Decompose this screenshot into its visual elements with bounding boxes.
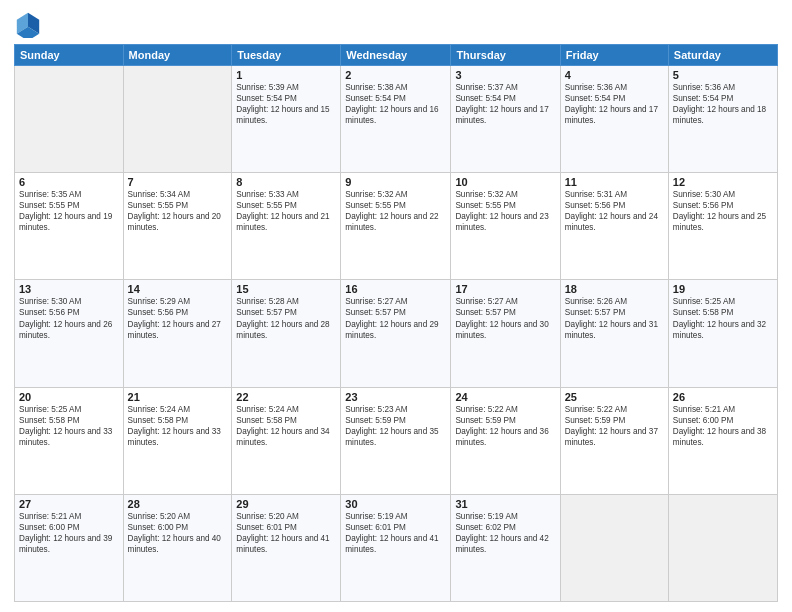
- calendar-header-saturday: Saturday: [668, 45, 777, 66]
- day-number: 16: [345, 283, 446, 295]
- day-info: Sunrise: 5:20 AMSunset: 6:00 PMDaylight:…: [128, 511, 228, 555]
- day-info: Sunrise: 5:33 AMSunset: 5:55 PMDaylight:…: [236, 189, 336, 233]
- calendar-cell: 27Sunrise: 5:21 AMSunset: 6:00 PMDayligh…: [15, 494, 124, 601]
- calendar-cell: 13Sunrise: 5:30 AMSunset: 5:56 PMDayligh…: [15, 280, 124, 387]
- day-info: Sunrise: 5:28 AMSunset: 5:57 PMDaylight:…: [236, 296, 336, 340]
- calendar-cell: 26Sunrise: 5:21 AMSunset: 6:00 PMDayligh…: [668, 387, 777, 494]
- day-info: Sunrise: 5:21 AMSunset: 6:00 PMDaylight:…: [19, 511, 119, 555]
- day-info: Sunrise: 5:32 AMSunset: 5:55 PMDaylight:…: [345, 189, 446, 233]
- day-number: 1: [236, 69, 336, 81]
- calendar-cell: 19Sunrise: 5:25 AMSunset: 5:58 PMDayligh…: [668, 280, 777, 387]
- calendar-cell: 21Sunrise: 5:24 AMSunset: 5:58 PMDayligh…: [123, 387, 232, 494]
- calendar-table: SundayMondayTuesdayWednesdayThursdayFrid…: [14, 44, 778, 602]
- calendar-week-row: 1Sunrise: 5:39 AMSunset: 5:54 PMDaylight…: [15, 66, 778, 173]
- day-number: 27: [19, 498, 119, 510]
- logo-icon: [14, 10, 42, 38]
- calendar-header-row: SundayMondayTuesdayWednesdayThursdayFrid…: [15, 45, 778, 66]
- calendar-cell: 16Sunrise: 5:27 AMSunset: 5:57 PMDayligh…: [341, 280, 451, 387]
- calendar-cell: 6Sunrise: 5:35 AMSunset: 5:55 PMDaylight…: [15, 173, 124, 280]
- header: [14, 10, 778, 38]
- day-info: Sunrise: 5:38 AMSunset: 5:54 PMDaylight:…: [345, 82, 446, 126]
- day-number: 9: [345, 176, 446, 188]
- logo: [14, 10, 46, 38]
- day-info: Sunrise: 5:22 AMSunset: 5:59 PMDaylight:…: [455, 404, 555, 448]
- calendar-cell: 11Sunrise: 5:31 AMSunset: 5:56 PMDayligh…: [560, 173, 668, 280]
- calendar-cell: 4Sunrise: 5:36 AMSunset: 5:54 PMDaylight…: [560, 66, 668, 173]
- day-number: 28: [128, 498, 228, 510]
- day-number: 2: [345, 69, 446, 81]
- day-number: 20: [19, 391, 119, 403]
- day-number: 8: [236, 176, 336, 188]
- calendar-header-thursday: Thursday: [451, 45, 560, 66]
- calendar-cell: 25Sunrise: 5:22 AMSunset: 5:59 PMDayligh…: [560, 387, 668, 494]
- day-number: 14: [128, 283, 228, 295]
- day-info: Sunrise: 5:32 AMSunset: 5:55 PMDaylight:…: [455, 189, 555, 233]
- calendar-cell: 15Sunrise: 5:28 AMSunset: 5:57 PMDayligh…: [232, 280, 341, 387]
- day-number: 19: [673, 283, 773, 295]
- day-info: Sunrise: 5:23 AMSunset: 5:59 PMDaylight:…: [345, 404, 446, 448]
- day-number: 13: [19, 283, 119, 295]
- calendar-header-tuesday: Tuesday: [232, 45, 341, 66]
- calendar-cell: 1Sunrise: 5:39 AMSunset: 5:54 PMDaylight…: [232, 66, 341, 173]
- day-number: 4: [565, 69, 664, 81]
- day-number: 30: [345, 498, 446, 510]
- day-info: Sunrise: 5:36 AMSunset: 5:54 PMDaylight:…: [565, 82, 664, 126]
- day-info: Sunrise: 5:31 AMSunset: 5:56 PMDaylight:…: [565, 189, 664, 233]
- calendar-cell: 5Sunrise: 5:36 AMSunset: 5:54 PMDaylight…: [668, 66, 777, 173]
- calendar-cell: 3Sunrise: 5:37 AMSunset: 5:54 PMDaylight…: [451, 66, 560, 173]
- calendar-cell: 7Sunrise: 5:34 AMSunset: 5:55 PMDaylight…: [123, 173, 232, 280]
- day-number: 7: [128, 176, 228, 188]
- calendar-header-sunday: Sunday: [15, 45, 124, 66]
- calendar-cell: 10Sunrise: 5:32 AMSunset: 5:55 PMDayligh…: [451, 173, 560, 280]
- day-info: Sunrise: 5:26 AMSunset: 5:57 PMDaylight:…: [565, 296, 664, 340]
- day-number: 22: [236, 391, 336, 403]
- day-number: 5: [673, 69, 773, 81]
- day-number: 29: [236, 498, 336, 510]
- calendar-cell: 22Sunrise: 5:24 AMSunset: 5:58 PMDayligh…: [232, 387, 341, 494]
- day-info: Sunrise: 5:22 AMSunset: 5:59 PMDaylight:…: [565, 404, 664, 448]
- day-info: Sunrise: 5:21 AMSunset: 6:00 PMDaylight:…: [673, 404, 773, 448]
- day-info: Sunrise: 5:19 AMSunset: 6:01 PMDaylight:…: [345, 511, 446, 555]
- day-info: Sunrise: 5:27 AMSunset: 5:57 PMDaylight:…: [345, 296, 446, 340]
- day-number: 3: [455, 69, 555, 81]
- day-number: 6: [19, 176, 119, 188]
- calendar-cell: 30Sunrise: 5:19 AMSunset: 6:01 PMDayligh…: [341, 494, 451, 601]
- calendar-header-monday: Monday: [123, 45, 232, 66]
- calendar-cell: 28Sunrise: 5:20 AMSunset: 6:00 PMDayligh…: [123, 494, 232, 601]
- day-info: Sunrise: 5:27 AMSunset: 5:57 PMDaylight:…: [455, 296, 555, 340]
- day-info: Sunrise: 5:25 AMSunset: 5:58 PMDaylight:…: [19, 404, 119, 448]
- day-info: Sunrise: 5:36 AMSunset: 5:54 PMDaylight:…: [673, 82, 773, 126]
- day-info: Sunrise: 5:20 AMSunset: 6:01 PMDaylight:…: [236, 511, 336, 555]
- day-number: 23: [345, 391, 446, 403]
- calendar-cell: [123, 66, 232, 173]
- calendar-cell: 24Sunrise: 5:22 AMSunset: 5:59 PMDayligh…: [451, 387, 560, 494]
- calendar-cell: 23Sunrise: 5:23 AMSunset: 5:59 PMDayligh…: [341, 387, 451, 494]
- day-info: Sunrise: 5:39 AMSunset: 5:54 PMDaylight:…: [236, 82, 336, 126]
- day-number: 18: [565, 283, 664, 295]
- calendar-header-wednesday: Wednesday: [341, 45, 451, 66]
- calendar-week-row: 13Sunrise: 5:30 AMSunset: 5:56 PMDayligh…: [15, 280, 778, 387]
- page: SundayMondayTuesdayWednesdayThursdayFrid…: [0, 0, 792, 612]
- day-number: 26: [673, 391, 773, 403]
- day-number: 31: [455, 498, 555, 510]
- calendar-cell: [560, 494, 668, 601]
- calendar-cell: 31Sunrise: 5:19 AMSunset: 6:02 PMDayligh…: [451, 494, 560, 601]
- day-info: Sunrise: 5:37 AMSunset: 5:54 PMDaylight:…: [455, 82, 555, 126]
- day-number: 12: [673, 176, 773, 188]
- calendar-week-row: 6Sunrise: 5:35 AMSunset: 5:55 PMDaylight…: [15, 173, 778, 280]
- calendar-cell: 2Sunrise: 5:38 AMSunset: 5:54 PMDaylight…: [341, 66, 451, 173]
- day-number: 21: [128, 391, 228, 403]
- day-number: 25: [565, 391, 664, 403]
- calendar-cell: 17Sunrise: 5:27 AMSunset: 5:57 PMDayligh…: [451, 280, 560, 387]
- day-info: Sunrise: 5:19 AMSunset: 6:02 PMDaylight:…: [455, 511, 555, 555]
- calendar-cell: 20Sunrise: 5:25 AMSunset: 5:58 PMDayligh…: [15, 387, 124, 494]
- calendar-cell: 9Sunrise: 5:32 AMSunset: 5:55 PMDaylight…: [341, 173, 451, 280]
- calendar-cell: [15, 66, 124, 173]
- day-number: 11: [565, 176, 664, 188]
- day-number: 15: [236, 283, 336, 295]
- day-info: Sunrise: 5:30 AMSunset: 5:56 PMDaylight:…: [19, 296, 119, 340]
- day-info: Sunrise: 5:35 AMSunset: 5:55 PMDaylight:…: [19, 189, 119, 233]
- calendar-cell: 12Sunrise: 5:30 AMSunset: 5:56 PMDayligh…: [668, 173, 777, 280]
- day-info: Sunrise: 5:24 AMSunset: 5:58 PMDaylight:…: [236, 404, 336, 448]
- calendar-cell: 29Sunrise: 5:20 AMSunset: 6:01 PMDayligh…: [232, 494, 341, 601]
